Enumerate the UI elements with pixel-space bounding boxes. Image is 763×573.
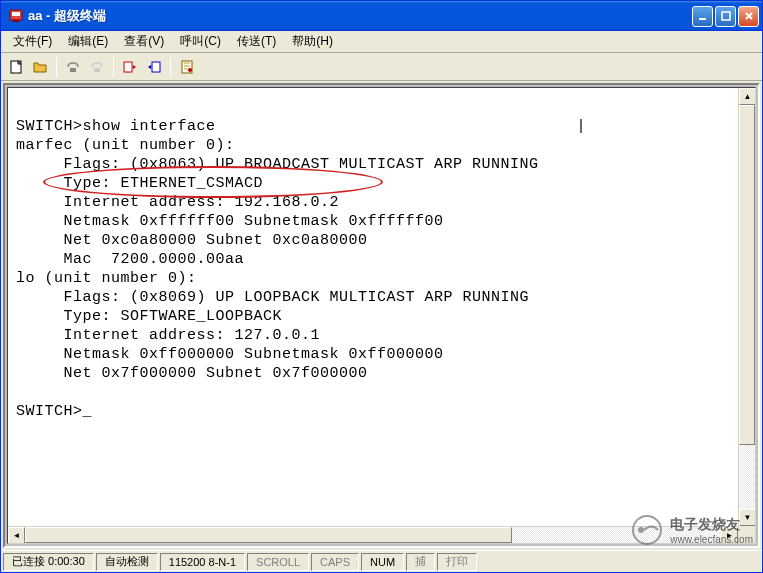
window-controls [692,6,759,27]
svg-rect-2 [13,20,19,22]
watermark: 电子发烧友 www.elecfans.com [630,513,753,547]
terminal-line: lo (unit number 0): [16,270,197,287]
svg-rect-9 [152,62,160,72]
terminal-line: marfec (unit number 0): [16,137,235,154]
window-title: aa - 超级终端 [28,7,692,25]
horizontal-scrollbar[interactable]: ◄ ► [8,526,738,543]
status-print: 打印 [437,553,477,571]
menu-call[interactable]: 呼叫(C) [172,31,229,52]
terminal-line: Flags: (0x8063) UP BROADCAST MULTICAST A… [16,156,539,173]
scroll-thumb[interactable] [25,527,512,543]
terminal-line: SWITCH>_ [16,403,92,420]
menu-help[interactable]: 帮助(H) [284,31,341,52]
properties-button[interactable] [176,56,198,78]
toolbar-separator [113,57,114,77]
disconnect-button[interactable] [86,56,108,78]
terminal-container: SWITCH>show interface | marfec (unit num… [3,83,760,548]
receive-button[interactable] [143,56,165,78]
status-num: NUM [361,553,404,571]
titlebar[interactable]: aa - 超级终端 [1,1,762,31]
open-button[interactable] [29,56,51,78]
svg-rect-3 [699,18,706,20]
terminal-line: Netmask 0xff000000 Subnetmask 0xff000000 [16,346,444,363]
menubar: 文件(F) 编辑(E) 查看(V) 呼叫(C) 传送(T) 帮助(H) [1,31,762,53]
scroll-track[interactable] [739,105,755,509]
status-capture: 捕 [406,553,435,571]
terminal-line: Mac 7200.0000.00aa [16,251,244,268]
terminal-line: Internet address: 192.168.0.2 [16,194,339,211]
toolbar-separator [170,57,171,77]
svg-rect-6 [70,68,76,72]
status-connected: 已连接 0:00:30 [3,553,94,571]
scroll-left-button[interactable]: ◄ [8,527,25,544]
status-autodetect: 自动检测 [96,553,158,571]
close-button[interactable] [738,6,759,27]
terminal-line: Internet address: 127.0.0.1 [16,327,320,344]
terminal-line: Type: SOFTWARE_LOOPBACK [16,308,282,325]
status-config: 115200 8-N-1 [160,553,245,571]
vertical-scrollbar[interactable]: ▲ ▼ [738,88,755,526]
svg-rect-7 [94,68,100,72]
terminal-line: Flags: (0x8069) UP LOOPBACK MULTICAST AR… [16,289,529,306]
minimize-button[interactable] [692,6,713,27]
status-caps: CAPS [311,553,359,571]
app-window: aa - 超级终端 文件(F) 编辑(E) 查看(V) 呼叫(C) 传送(T) … [0,0,763,573]
watermark-text: 电子发烧友 [670,516,753,534]
terminal-line: Netmask 0xffffff00 Subnetmask 0xffffff00 [16,213,444,230]
terminal-line: SWITCH>show interface | [16,118,586,135]
menu-edit[interactable]: 编辑(E) [60,31,116,52]
menu-view[interactable]: 查看(V) [116,31,172,52]
svg-rect-8 [124,62,132,72]
watermark-icon [630,513,664,547]
maximize-button[interactable] [715,6,736,27]
terminal-output[interactable]: SWITCH>show interface | marfec (unit num… [8,88,755,469]
menu-transfer[interactable]: 传送(T) [229,31,284,52]
scroll-thumb[interactable] [739,105,755,445]
terminal-inner: SWITCH>show interface | marfec (unit num… [7,87,756,544]
svg-rect-1 [12,12,20,16]
terminal-line: Net 0x7f000000 Subnet 0x7f000000 [16,365,368,382]
terminal-line: Type: ETHERNET_CSMACD [16,175,263,192]
send-button[interactable] [119,56,141,78]
toolbar [1,53,762,81]
svg-point-13 [638,527,644,533]
scroll-up-button[interactable]: ▲ [739,88,756,105]
connect-button[interactable] [62,56,84,78]
terminal-line: Net 0xc0a80000 Subnet 0xc0a80000 [16,232,368,249]
app-icon [8,8,24,24]
status-scroll: SCROLL [247,553,309,571]
scroll-track[interactable] [25,527,721,543]
menu-file[interactable]: 文件(F) [5,31,60,52]
svg-rect-4 [722,12,730,20]
svg-point-11 [188,68,192,72]
watermark-url: www.elecfans.com [670,534,753,545]
statusbar: 已连接 0:00:30 自动检测 115200 8-N-1 SCROLL CAP… [1,550,762,572]
new-button[interactable] [5,56,27,78]
toolbar-separator [56,57,57,77]
